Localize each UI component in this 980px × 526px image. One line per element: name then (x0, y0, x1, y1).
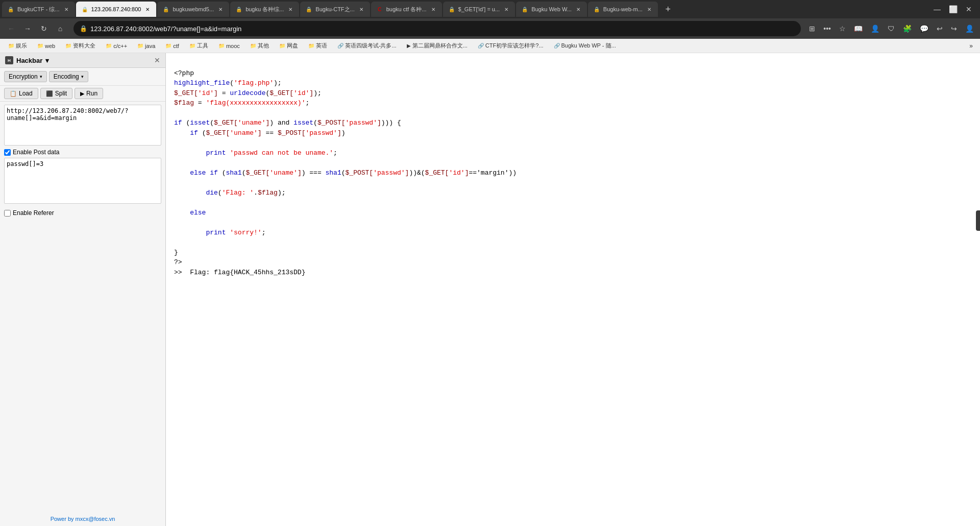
bookmark-label-4: c/c++ (113, 43, 127, 49)
bookmark-mooc[interactable]: 📁 mooc (214, 42, 244, 50)
run-button[interactable]: ▶ Run (75, 88, 103, 99)
bookmark-folder-icon: 📁 (8, 43, 14, 49)
minimize-button[interactable]: — (932, 3, 943, 15)
sync-icon[interactable]: 👤 (869, 22, 881, 35)
tab-bugku-web-m[interactable]: 🔒 Bugku-web-m... ✕ (588, 2, 658, 17)
bookmarks-bar: 📁 娱乐 📁 web 📁 资料大全 📁 c/c++ 📁 java 📁 ctf 📁… (0, 39, 980, 53)
history-icon[interactable]: ↪ (949, 22, 959, 35)
tab-bugkuwebmd5[interactable]: 🔒 bugkuwebmd5... ✕ (157, 2, 229, 17)
referer-section: Enable Referer (0, 205, 165, 223)
tab-get-id[interactable]: 🔒 $_GET['id'] = u... ✕ (443, 2, 516, 17)
tab-close-3[interactable]: ✕ (217, 6, 224, 13)
close-browser-button[interactable]: ✕ (964, 3, 974, 15)
tab-active[interactable]: 🔒 123.206.87.240:800 ✕ (76, 2, 157, 17)
tab-favicon-7: 🔒 (448, 6, 455, 13)
tab-bugku-ctf[interactable]: 🔒 Bugku-CTF之... ✕ (300, 2, 370, 17)
tab-title-7: $_GET['id'] = u... (458, 6, 500, 12)
bookmark-web[interactable]: 📁 web (33, 42, 59, 50)
tab-close-9[interactable]: ✕ (646, 6, 653, 13)
enable-referer-text: Enable Referer (13, 209, 54, 217)
bookmark-folder-icon-3: 📁 (65, 43, 71, 49)
bookmark-resources[interactable]: 📁 资料大全 (61, 41, 100, 51)
forward-button[interactable]: → (20, 21, 35, 36)
post-data-input[interactable]: passwd[]=3 (4, 158, 161, 204)
bookmark-ctf-learn[interactable]: 🔗 CTF初学应该怎样学?... (474, 41, 548, 51)
bookmark-folder-icon-7: 📁 (189, 43, 195, 49)
extensions-icon[interactable]: ⊞ (807, 22, 817, 35)
bookmarks-more-button[interactable]: » (966, 41, 976, 51)
address-bar-container[interactable]: 🔒 (74, 21, 801, 36)
encoding-label: Encoding (54, 73, 79, 80)
tab-close-7[interactable]: ✕ (503, 6, 510, 13)
home-button[interactable]: ⌂ (53, 21, 67, 36)
hackbar-dropdown-arrow: ▾ (45, 57, 49, 64)
split-label: Split (55, 90, 67, 97)
messages-icon[interactable]: 💬 (918, 22, 930, 35)
split-button[interactable]: ⬛ Split (40, 88, 72, 99)
bookmark-cpp[interactable]: 📁 c/c++ (102, 42, 131, 50)
back-button[interactable]: ← (4, 21, 18, 36)
tab-title-5: Bugku-CTF之... (315, 6, 354, 13)
bookmark-ctf[interactable]: 📁 ctf (161, 42, 183, 50)
tab-title-9: Bugku-web-m... (603, 6, 643, 12)
tab-bugkuctf[interactable]: 🔒 BugkuCTF - 综... ✕ (2, 2, 75, 17)
bookmark-folder-icon-10: 📁 (279, 43, 285, 49)
bookmark-folder-icon-6: 📁 (165, 43, 172, 49)
more-icon[interactable]: ••• (821, 22, 833, 35)
shield-icon[interactable]: 🛡 (886, 22, 897, 35)
refresh-button[interactable]: ↻ (37, 21, 51, 36)
power-by[interactable]: Power by mxcx@fosec.vn (0, 512, 165, 526)
tab-close-2[interactable]: ✕ (144, 6, 151, 13)
extensions2-icon[interactable]: 🧩 (901, 22, 914, 35)
bookmark-label-8: mooc (226, 43, 240, 49)
refresh2-icon[interactable]: ↩ (935, 22, 945, 35)
encoding-dropdown[interactable]: Encoding ▾ (49, 71, 88, 82)
bookmark-competition[interactable]: ▶ 第二届网鼎杯合作文... (403, 41, 472, 51)
tab-bugku-ctf-c[interactable]: C bugku ctf 各种... ✕ (371, 2, 442, 17)
new-tab-button[interactable]: + (661, 2, 675, 16)
bookmark-label-2: web (45, 43, 55, 49)
bookmark-play-icon: ▶ (407, 43, 411, 49)
tab-close-1[interactable]: ✕ (63, 6, 70, 13)
encryption-dropdown[interactable]: Encryption ▾ (4, 71, 47, 82)
sidebar-edge (976, 210, 980, 231)
tab-bugku-misc[interactable]: 🔒 bugku 各种综... ✕ (230, 2, 299, 17)
tab-close-8[interactable]: ✕ (575, 6, 582, 13)
bookmark-link-icon-2: 🔗 (478, 43, 484, 49)
bookmark-other[interactable]: 📁 其他 (246, 41, 273, 51)
enable-post-label[interactable]: Enable Post data (4, 149, 161, 156)
reading-list-icon[interactable]: 📖 (852, 22, 865, 35)
bookmark-label-15: Bugku Web WP - 随... (561, 42, 616, 50)
star-icon[interactable]: ☆ (837, 22, 848, 35)
power-by-link[interactable]: Power by mxcx@fosec.vn (51, 516, 115, 522)
restore-button[interactable]: ⬜ (947, 3, 960, 15)
tab-title-4: bugku 各种综... (246, 6, 284, 13)
bookmark-link-icon-3: 🔗 (554, 43, 560, 49)
enable-referer-label[interactable]: Enable Referer (4, 209, 161, 217)
bookmark-bugku-wp[interactable]: 🔗 Bugku Web WP - 随... (550, 41, 620, 51)
bookmark-english-exam[interactable]: 🔗 英语四级考试-共多... (333, 41, 401, 51)
tab-close-5[interactable]: ✕ (358, 6, 365, 13)
profile-icon[interactable]: 👤 (963, 22, 976, 35)
hackbar-close-button[interactable]: ✕ (154, 56, 160, 64)
bookmark-java[interactable]: 📁 java (133, 42, 159, 50)
tab-close-6[interactable]: ✕ (430, 6, 437, 13)
load-button[interactable]: 📋 Load (4, 88, 38, 99)
address-bar[interactable] (90, 25, 795, 33)
bookmark-label-14: CTF初学应该怎样学?... (485, 42, 544, 50)
tab-bugku-web-w[interactable]: 🔒 Bugku Web W... ✕ (516, 2, 587, 17)
tab-title-6: bugku ctf 各种... (386, 6, 427, 13)
tab-bar: 🔒 BugkuCTF - 综... ✕ 🔒 123.206.87.240:800… (0, 0, 980, 18)
bookmark-tools[interactable]: 📁 工具 (185, 41, 212, 51)
bookmark-english[interactable]: 📁 英语 (304, 41, 331, 51)
bookmark-entertainment[interactable]: 📁 娱乐 (4, 41, 31, 51)
enable-referer-checkbox[interactable] (4, 210, 11, 217)
code-block: <?php highlight_file('flag.php'); $_GET[… (174, 58, 972, 288)
enable-post-checkbox[interactable] (4, 149, 11, 156)
tab-close-4[interactable]: ✕ (287, 6, 294, 13)
bookmark-folder-icon-11: 📁 (308, 43, 314, 49)
bookmark-label-7: 工具 (197, 42, 208, 50)
bookmark-netdisk[interactable]: 📁 网盘 (275, 41, 302, 51)
url-input[interactable]: http://123.206.87.240:8002/web7/?uname[]… (4, 105, 161, 146)
bookmark-link-icon: 🔗 (337, 43, 344, 49)
